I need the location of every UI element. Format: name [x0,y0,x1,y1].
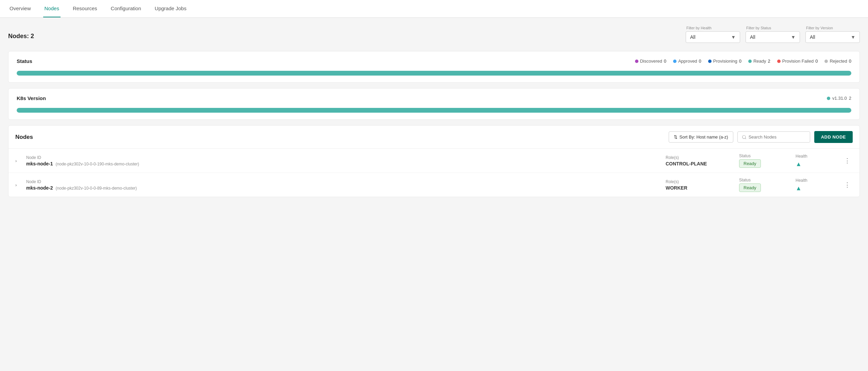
status-section: Status Discovered 0 Approved 0 Provision… [8,51,860,83]
nodes-table-title: Nodes [15,134,33,141]
node-id-label: Node ID [26,155,660,160]
sort-label: Sort By: Host name (a-z) [680,134,728,140]
nodes-actions: ⇅ Sort By: Host name (a-z) ADD NODE [669,131,853,143]
legend-count: 0 [849,59,851,64]
node-health-col: Health ▲ [796,154,836,168]
status-bar-container [17,71,851,76]
node-role-value: WORKER [666,185,734,191]
version-section: K8s Version v1.31.0 2 [8,88,860,120]
node-health-col: Health ▲ [796,178,836,192]
legend-label: Discovered [640,59,662,64]
nodes-table-section: Nodes ⇅ Sort By: Host name (a-z) ADD NOD… [8,125,860,197]
search-box [737,131,810,143]
search-icon [742,135,747,140]
node-role-value: CONTROL-PLANE [666,161,734,166]
kebab-menu-icon[interactable]: ⋮ [843,156,852,166]
node-fqdn: (node-pkz302v-10-0-0-190-mks-demo-cluste… [56,162,139,166]
health-up-icon: ▲ [796,185,836,192]
filter-health-arrow-icon: ▼ [731,34,736,40]
node-info: Node ID mks-node-1 (node-pkz302v-10-0-0-… [26,155,660,166]
tab-nodes[interactable]: Nodes [43,0,61,17]
node-fqdn: (node-pkz302v-10-0-0-89-mks-demo-cluster… [56,186,137,191]
version-section-top: K8s Version v1.31.0 2 [17,95,851,104]
node-name: mks-node-2 [26,185,53,191]
top-navigation: Overview Nodes Resources Configuration U… [0,0,868,18]
tab-configuration[interactable]: Configuration [110,0,143,17]
legend-item-ready: Ready 2 [748,59,770,64]
status-badge: Ready [739,183,761,192]
node-menu-col: ⋮ [842,156,853,166]
version-bar-fill [17,108,851,113]
node-role-col: Role(s) WORKER [666,179,734,191]
node-status-col: Status Ready [739,178,790,192]
table-row: › Node ID mks-node-1 (node-pkz302v-10-0-… [9,149,859,173]
sort-button[interactable]: ⇅ Sort By: Host name (a-z) [669,131,733,143]
node-health-label: Health [796,154,836,159]
node-row-inner: › Node ID mks-node-2 (node-pkz302v-10-0-… [15,178,853,192]
nodes-table-header: Nodes ⇅ Sort By: Host name (a-z) ADD NOD… [9,126,859,149]
node-status-label: Status [739,178,790,182]
legend-count: 2 [768,59,770,64]
version-label: v1.31.0 [832,96,847,101]
tab-resources[interactable]: Resources [71,0,99,17]
filter-health-label: Filter by Health [686,26,740,30]
filter-version-label: Filter by Version [806,26,860,30]
version-section-title: K8s Version [17,95,46,101]
legend-dot-icon [824,60,828,63]
filter-version-group: Filter by Version All ▼ [805,26,860,43]
legend-label: Approved [678,59,697,64]
main-content: Nodes: 2 Filter by Health All ▼ Filter b… [0,18,868,205]
sort-icon: ⇅ [674,134,678,140]
node-status-label: Status [739,154,790,158]
legend-count: 0 [699,59,701,64]
status-legend: Discovered 0 Approved 0 Provisioning 0 R… [635,59,851,64]
health-up-icon: ▲ [796,161,836,168]
filter-status-value: All [750,34,755,40]
legend-label: Rejected [830,59,847,64]
node-role-col: Role(s) CONTROL-PLANE [666,155,734,166]
node-menu-col: ⋮ [842,180,853,190]
tab-upgrade-jobs[interactable]: Upgrade Jobs [153,0,188,17]
node-id-row: mks-node-2 (node-pkz302v-10-0-0-89-mks-d… [26,185,660,191]
node-id-row: mks-node-1 (node-pkz302v-10-0-0-190-mks-… [26,161,660,166]
expand-icon[interactable]: › [15,158,21,163]
filters-row: Filter by Health All ▼ Filter by Status … [686,26,860,43]
version-dot-icon [827,97,830,100]
node-row-inner: › Node ID mks-node-1 (node-pkz302v-10-0-… [15,154,853,168]
filter-health-select[interactable]: All ▼ [686,31,740,43]
search-input[interactable] [749,134,806,140]
tab-overview[interactable]: Overview [8,0,32,17]
filter-version-arrow-icon: ▼ [851,34,855,40]
node-info: Node ID mks-node-2 (node-pkz302v-10-0-0-… [26,179,660,191]
filter-health-group: Filter by Health All ▼ [686,26,740,43]
status-section-top: Status Discovered 0 Approved 0 Provision… [17,58,851,67]
node-health-label: Health [796,178,836,183]
legend-dot-icon [673,60,677,63]
node-role-label: Role(s) [666,155,734,160]
nodes-count: Nodes: 2 [8,26,34,40]
legend-label: Ready [753,59,766,64]
filter-status-select[interactable]: All ▼ [746,31,800,43]
nodes-list: › Node ID mks-node-1 (node-pkz302v-10-0-… [9,149,859,197]
nodes-header: Nodes: 2 Filter by Health All ▼ Filter b… [8,26,860,43]
status-bar-fill [17,71,851,76]
legend-count: 0 [739,59,741,64]
filter-status-arrow-icon: ▼ [791,34,796,40]
version-bar-container [17,108,851,113]
node-status-col: Status Ready [739,154,790,168]
legend-dot-icon [777,60,781,63]
expand-icon[interactable]: › [15,182,21,188]
legend-item-discovered: Discovered 0 [635,59,666,64]
filter-status-group: Filter by Status All ▼ [746,26,800,43]
version-count: 2 [849,96,851,101]
legend-item-provisioning: Provisioning 0 [708,59,741,64]
filter-version-select[interactable]: All ▼ [805,31,860,43]
add-node-button[interactable]: ADD NODE [814,131,853,143]
legend-dot-icon [708,60,712,63]
node-id-label: Node ID [26,179,660,184]
kebab-menu-icon[interactable]: ⋮ [843,180,852,190]
legend-label: Provisioning [713,59,737,64]
version-legend: v1.31.0 2 [827,96,851,101]
legend-item-provision-failed: Provision Failed 0 [777,59,818,64]
status-section-title: Status [17,58,32,64]
